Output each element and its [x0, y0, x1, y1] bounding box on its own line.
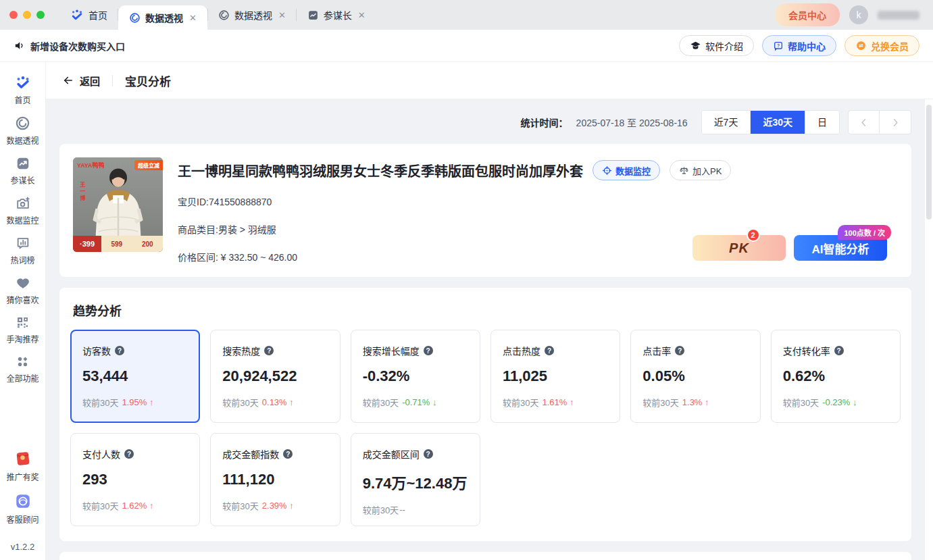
sidebar-item-home[interactable]: 首页: [0, 74, 45, 105]
tab-data-insight-2[interactable]: 数据透视 ✕: [207, 0, 297, 30]
heart-icon: [16, 276, 30, 290]
metric-card[interactable]: 搜索增长幅度 ? -0.32% 较前30天 -0.71% ↓: [351, 330, 480, 423]
metric-compare-label: 较前30天: [783, 396, 819, 409]
page-content: 统计时间： 2025-07-18 至 2025-08-16 近7天 近30天 日: [46, 99, 933, 560]
metric-value: 53,444: [82, 367, 188, 385]
announcement-text[interactable]: 新增设备次数购买入口: [30, 39, 125, 53]
metric-card[interactable]: 支付人数 ? 293 较前30天 1.62% ↑: [70, 433, 200, 526]
help-icon[interactable]: ?: [675, 346, 684, 355]
spiral-icon: [129, 12, 141, 24]
metric-compare-label: 较前30天: [642, 396, 678, 409]
avatar[interactable]: k: [849, 5, 868, 24]
metric-value: 0.05%: [642, 367, 748, 385]
help-icon[interactable]: ?: [424, 449, 433, 459]
redeem-member-button[interactable]: ⇄ 兑换会员: [844, 35, 919, 56]
sidebar-item-hot-words[interactable]: 热词榜: [0, 236, 45, 265]
metric-change-value: 1.62% ↑: [122, 501, 153, 511]
next-period-button[interactable]: [880, 111, 911, 134]
metric-label: 支付转化率: [783, 344, 830, 357]
tab-home[interactable]: 首页: [59, 0, 118, 30]
announcement-bar: 新增设备次数购买入口 软件介绍 ? 帮助中心 ⇄ 兑换会员: [0, 30, 933, 62]
metric-change-value: 1.95% ↑: [122, 397, 153, 407]
help-icon[interactable]: ?: [834, 346, 844, 355]
metric-change-value: 1.61% ↑: [542, 397, 574, 407]
window-controls: [9, 0, 45, 30]
data-monitor-button[interactable]: 数据监控: [592, 160, 660, 180]
product-price-main: ·399: [73, 236, 101, 252]
product-promo-ribbon: 超级立减: [134, 160, 163, 170]
tab-label: 首页: [89, 8, 107, 22]
metric-card[interactable]: 点击率 ? 0.05% 较前30天 1.3% ↑: [630, 330, 760, 423]
sidebar-item-strategist[interactable]: 参谋长: [0, 156, 45, 186]
metric-compare-label: 较前30天: [363, 503, 399, 516]
metric-label: 搜索热度: [222, 344, 260, 357]
product-id-line: 宝贝ID:741550888870: [178, 195, 898, 208]
sidebar-item-promo-reward[interactable]: 推广有奖: [0, 450, 45, 482]
metric-change-value: 2.39% ↑: [262, 501, 294, 511]
ai-analysis-button[interactable]: AI智能分析 100点数 / 次: [794, 235, 887, 261]
pk-count-badge: 2: [747, 228, 760, 242]
metric-card[interactable]: 成交金额区间 ? 9.74万~12.48万 较前30天 --: [351, 433, 480, 526]
metric-compare-label: 较前30天: [222, 499, 258, 512]
scrollbar-track[interactable]: [924, 99, 933, 560]
metric-value: 11,025: [503, 367, 608, 385]
close-tab-icon[interactable]: ✕: [189, 13, 197, 23]
metric-value: 111,120: [222, 471, 328, 488]
help-center-button[interactable]: ? 帮助中心: [762, 35, 836, 56]
help-icon[interactable]: ?: [115, 346, 124, 355]
main-area: 返回 宝贝分析 统计时间： 2025-07-18 至 2025-08-16 近7…: [46, 62, 933, 560]
member-center-button[interactable]: 会员中心: [775, 3, 840, 26]
metric-card[interactable]: 点击热度 ? 11,025 较前30天 1.61% ↑: [490, 330, 620, 423]
zoom-window-button[interactable]: [36, 11, 45, 19]
scrollbar-thumb[interactable]: [926, 105, 932, 220]
metric-compare-label: 较前30天: [363, 396, 399, 409]
sidebar-item-guess-you-like[interactable]: 猜你喜欢: [0, 276, 45, 305]
close-window-button[interactable]: [9, 11, 18, 19]
back-button[interactable]: 返回: [62, 74, 100, 88]
trend-chart-icon: [307, 9, 319, 21]
sidebar-item-all-features[interactable]: 全部功能: [0, 355, 45, 384]
segment-last-7-days[interactable]: 近7天: [702, 111, 751, 134]
help-icon[interactable]: ?: [545, 346, 554, 355]
window-titlebar: 首页 数据透视 ✕ 数据透视 ✕ 参谋长 ✕ 会员中心: [0, 0, 933, 30]
metric-card[interactable]: 访客数 ? 53,444 较前30天 1.95% ↑: [70, 330, 200, 423]
sidebar: 首页 数据透视 参谋长 数据监控 热词榜: [0, 62, 46, 560]
help-icon[interactable]: ?: [283, 449, 293, 459]
sidebar-item-customer-service[interactable]: 客服顾问: [0, 492, 45, 525]
metric-card[interactable]: 成交金额指数 ? 111,120 较前30天 2.39% ↑: [210, 433, 340, 526]
visitor-trend-panel: 访客数近30天趋势: [59, 552, 911, 560]
software-intro-button[interactable]: 软件介绍: [679, 35, 754, 56]
product-category-line: 商品类目:男装 > 羽绒服: [178, 222, 898, 236]
pk-button[interactable]: PK 2: [692, 235, 786, 261]
camera-plus-icon: [16, 196, 30, 211]
metric-card[interactable]: 支付转化率 ? 0.62% 较前30天 -0.23% ↓: [771, 330, 901, 423]
join-pk-button[interactable]: 加入PK: [670, 160, 731, 180]
minimize-window-button[interactable]: [23, 11, 31, 19]
close-tab-icon[interactable]: ✕: [278, 10, 286, 20]
close-tab-icon[interactable]: ✕: [358, 10, 365, 20]
product-price-old: 599: [111, 240, 122, 248]
help-icon[interactable]: ?: [264, 346, 274, 355]
tab-data-insight-1[interactable]: 数据透视 ✕: [118, 5, 207, 30]
help-icon[interactable]: ?: [124, 449, 134, 459]
sidebar-item-data-insight[interactable]: 数据透视: [0, 116, 45, 146]
trend-analysis-title: 趋势分析: [70, 301, 901, 319]
sidebar-item-data-monitor[interactable]: 数据监控: [0, 196, 45, 226]
metric-compare-label: 较前30天: [503, 396, 538, 409]
segment-last-30-days[interactable]: 近30天: [751, 111, 805, 134]
metric-change-value: -0.71% ↓: [402, 397, 436, 407]
metric-label: 成交金额指数: [222, 447, 279, 461]
help-chat-icon: ?: [773, 41, 784, 51]
coin-icon: ⇄: [855, 40, 867, 51]
prev-period-button[interactable]: [849, 111, 880, 134]
crosshair-plus-icon: [602, 166, 612, 176]
username-redacted: [878, 11, 919, 20]
metric-card[interactable]: 搜索热度 ? 20,924,522 较前30天 0.13% ↑: [210, 330, 340, 423]
metric-compare-label: 较前30天: [82, 499, 118, 512]
sidebar-item-shoutao-recommend[interactable]: 手淘推荐: [0, 315, 45, 345]
brand-paw-icon: [15, 74, 31, 91]
segment-daily[interactable]: 日: [805, 111, 839, 134]
tab-strategist[interactable]: 参谋长 ✕: [297, 0, 376, 30]
help-icon[interactable]: ?: [424, 346, 433, 355]
product-image[interactable]: YAYA鸭鸭 超级立减 王一博 ·399 599 200: [73, 157, 163, 252]
